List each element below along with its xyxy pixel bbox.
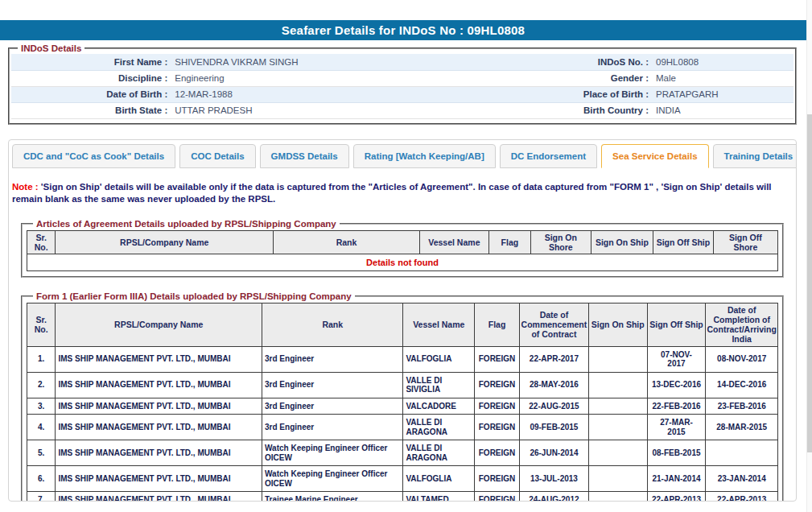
flag-cell: FOREIGN	[475, 346, 520, 372]
flag-cell: FOREIGN	[475, 492, 520, 502]
page-title-bar: Seafarer Details for INDoS No : 09HL0808	[0, 20, 806, 40]
field-value: 09HL0808	[653, 54, 793, 70]
form1-section: Form 1 (Earlier Form IIIA) Details uploa…	[21, 291, 784, 501]
tab-rating-watch-keeping-ab[interactable]: Rating [Watch Keeping/AB]	[353, 144, 496, 168]
rank-cell: Watch Keeping Engineer Officer OICEW	[262, 466, 403, 492]
completion-date-cell: 23-JAN-2014	[706, 466, 778, 492]
vessel-cell: VALLE DI ARAGONA	[403, 415, 475, 440]
field-label: Discipline :	[11, 70, 171, 86]
table-row: 2.IMS SHIP MANAGEMENT PVT. LTD., MUMBAI3…	[27, 372, 778, 398]
column-header: Sign On Ship	[588, 303, 647, 346]
flag-cell: FOREIGN	[475, 440, 520, 466]
sign-off-ship-cell: 22-FEB-2016	[647, 398, 706, 415]
tab-dc-endorsement[interactable]: DC Endorsement	[500, 144, 597, 168]
tab-coc-details[interactable]: COC Details	[179, 144, 255, 168]
field-value: UTTAR PRADESH	[171, 102, 531, 118]
vessel-cell: VALLE DI SIVIGLIA	[403, 372, 475, 398]
form1-table-body: 1.IMS SHIP MANAGEMENT PVT. LTD., MUMBAI3…	[27, 346, 778, 501]
column-header: RPSL/Company Name	[56, 303, 262, 346]
column-header: Sign On Shore	[531, 230, 591, 254]
sr-no-cell: 4.	[27, 415, 56, 440]
vessel-cell: VALFOGLIA	[403, 466, 475, 492]
completion-date-cell: 14-DEC-2016	[706, 372, 778, 398]
vertical-scrollbar[interactable]	[806, 0, 812, 512]
column-header: Date of Commencement of Contract	[520, 303, 589, 346]
column-header: Flag	[475, 303, 520, 346]
column-header: Date of Completion of Contract/Arriving …	[706, 303, 778, 346]
company-cell: IMS SHIP MANAGEMENT PVT. LTD., MUMBAI	[56, 492, 262, 502]
field-value: Engineering	[171, 70, 531, 86]
rank-cell: Watch Keeping Engineer Officer OICEW	[262, 440, 403, 466]
field-value: 12-MAR-1988	[171, 86, 531, 102]
company-cell: IMS SHIP MANAGEMENT PVT. LTD., MUMBAI	[56, 346, 262, 372]
flag-cell: FOREIGN	[475, 372, 520, 398]
form1-header-row: Sr. No.RPSL/Company NameRankVessel NameF…	[27, 303, 778, 346]
completion-date-cell	[706, 440, 778, 466]
rank-cell: 3rd Engineer	[262, 346, 403, 372]
sign-on-ship-cell	[588, 346, 647, 372]
table-row: 4.IMS SHIP MANAGEMENT PVT. LTD., MUMBAI3…	[27, 415, 778, 440]
field-label: INDoS No. :	[531, 54, 653, 70]
tab-training-details[interactable]: Training Details	[713, 144, 797, 168]
sign-on-ship-cell	[588, 440, 647, 466]
form1-legend: Form 1 (Earlier Form IIIA) Details uploa…	[33, 291, 355, 301]
table-row: 5.IMS SHIP MANAGEMENT PVT. LTD., MUMBAIW…	[27, 440, 778, 466]
commencement-date-cell: 28-MAY-2016	[520, 372, 589, 398]
table-row: 3.IMS SHIP MANAGEMENT PVT. LTD., MUMBAI3…	[27, 398, 778, 415]
indos-details-table: First Name :SHIVENDRA VIKRAM SINGHINDoS …	[11, 54, 793, 119]
rank-cell: 3rd Engineer	[262, 415, 403, 440]
completion-date-cell: 23-FEB-2016	[706, 398, 778, 415]
form1-table: Sr. No.RPSL/Company NameRankVessel NameF…	[27, 303, 778, 501]
field-value: PRATAPGARH	[653, 86, 793, 102]
vessel-cell: VALFOGLIA	[403, 346, 475, 372]
sr-no-cell: 6.	[27, 466, 56, 492]
note: Note : 'Sign on Ship' details will be av…	[12, 181, 784, 206]
column-header: Sign Off Shore	[713, 230, 777, 254]
commencement-date-cell: 13-JUL-2013	[520, 466, 589, 492]
sea-service-panel: CDC and "CoC as Cook" DetailsCOC Details…	[8, 139, 797, 502]
table-row: 7.IMS SHIP MANAGEMENT PVT. LTD., MUMBAIT…	[27, 492, 778, 502]
vessel-cell: VALTAMED	[403, 492, 475, 502]
column-header: Sign On Ship	[591, 230, 653, 254]
column-header: Vessel Name	[403, 303, 475, 346]
articles-legend: Articles of Agreement Details uploaded b…	[33, 219, 340, 229]
note-label: Note :	[12, 182, 41, 192]
sr-no-cell: 1.	[27, 346, 56, 372]
sign-off-ship-cell: 22-APR-2013	[647, 492, 706, 502]
flag-cell: FOREIGN	[475, 466, 520, 492]
completion-date-cell: 22-APR-2013	[706, 492, 778, 502]
field-label: Place of Birth :	[531, 86, 653, 102]
sr-no-cell: 7.	[27, 492, 56, 502]
vessel-cell: VALCADORE	[403, 398, 475, 415]
vessel-cell: VALLE DI ARAGONA	[403, 440, 475, 466]
details-not-found-message: Details not found	[27, 254, 778, 271]
sign-on-ship-cell	[588, 398, 647, 415]
column-header: Rank	[262, 303, 403, 346]
column-header: Flag	[488, 230, 530, 254]
tab-cdc-and-coc-as-cook-details[interactable]: CDC and "CoC as Cook" Details	[12, 144, 175, 168]
commencement-date-cell: 22-AUG-2015	[520, 398, 589, 415]
column-header: Sign Off Ship	[653, 230, 714, 254]
sign-off-ship-cell: 07-NOV- 2017	[647, 346, 706, 372]
column-header: Rank	[274, 230, 420, 254]
flag-cell: FOREIGN	[475, 415, 520, 440]
commencement-date-cell: 24-AUG-2012	[520, 492, 589, 502]
table-row: 6.IMS SHIP MANAGEMENT PVT. LTD., MUMBAIW…	[27, 466, 778, 492]
indos-table-body: First Name :SHIVENDRA VIKRAM SINGHINDoS …	[11, 54, 793, 118]
page-title: Seafarer Details for INDoS No : 09HL0808	[282, 23, 525, 37]
indos-row: Discipline :EngineeringGender :Male	[11, 70, 793, 86]
field-label: Gender :	[531, 70, 653, 86]
indos-details-legend: INDoS Details	[18, 43, 84, 53]
indos-row: Date of Birth :12-MAR-1988Place of Birth…	[11, 86, 793, 102]
column-header: Vessel Name	[419, 230, 488, 254]
table-row: 1.IMS SHIP MANAGEMENT PVT. LTD., MUMBAI3…	[27, 346, 778, 372]
field-label: Date of Birth :	[11, 86, 171, 102]
company-cell: IMS SHIP MANAGEMENT PVT. LTD., MUMBAI	[56, 372, 262, 398]
note-text: 'Sign on Ship' details will be available…	[12, 182, 772, 204]
company-cell: IMS SHIP MANAGEMENT PVT. LTD., MUMBAI	[56, 466, 262, 492]
rank-cell: 3rd Engineer	[262, 398, 403, 415]
company-cell: IMS SHIP MANAGEMENT PVT. LTD., MUMBAI	[56, 415, 262, 440]
tab-sea-service-details[interactable]: Sea Service Details	[601, 144, 709, 168]
tab-gmdss-details[interactable]: GMDSS Details	[260, 144, 349, 168]
scrollbar-thumb[interactable]	[807, 114, 812, 452]
